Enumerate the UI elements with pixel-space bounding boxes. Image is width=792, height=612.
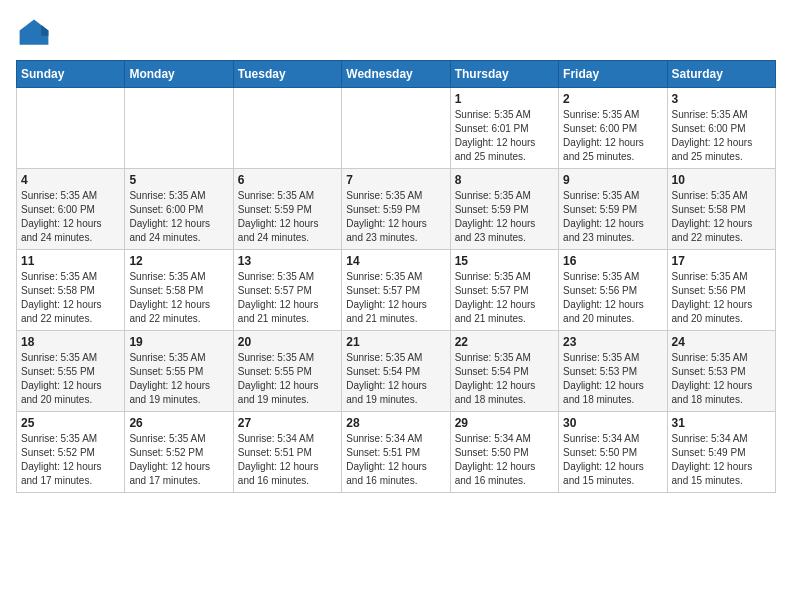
day-info: Sunrise: 5:35 AM Sunset: 5:57 PM Dayligh… [346, 270, 445, 326]
calendar-table: SundayMondayTuesdayWednesdayThursdayFrid… [16, 60, 776, 493]
logo-icon [16, 16, 52, 52]
calendar-week-row: 18Sunrise: 5:35 AM Sunset: 5:55 PM Dayli… [17, 331, 776, 412]
day-number: 2 [563, 92, 662, 106]
calendar-cell [233, 88, 341, 169]
day-info: Sunrise: 5:35 AM Sunset: 5:55 PM Dayligh… [238, 351, 337, 407]
calendar-cell: 5Sunrise: 5:35 AM Sunset: 6:00 PM Daylig… [125, 169, 233, 250]
calendar-cell: 11Sunrise: 5:35 AM Sunset: 5:58 PM Dayli… [17, 250, 125, 331]
day-info: Sunrise: 5:35 AM Sunset: 6:00 PM Dayligh… [563, 108, 662, 164]
page-header [16, 16, 776, 52]
day-number: 11 [21, 254, 120, 268]
day-number: 16 [563, 254, 662, 268]
day-info: Sunrise: 5:35 AM Sunset: 6:00 PM Dayligh… [21, 189, 120, 245]
day-info: Sunrise: 5:35 AM Sunset: 5:53 PM Dayligh… [563, 351, 662, 407]
day-number: 3 [672, 92, 771, 106]
weekday-header-friday: Friday [559, 61, 667, 88]
day-info: Sunrise: 5:35 AM Sunset: 5:58 PM Dayligh… [672, 189, 771, 245]
calendar-week-row: 11Sunrise: 5:35 AM Sunset: 5:58 PM Dayli… [17, 250, 776, 331]
day-number: 8 [455, 173, 554, 187]
day-info: Sunrise: 5:35 AM Sunset: 5:59 PM Dayligh… [346, 189, 445, 245]
day-info: Sunrise: 5:35 AM Sunset: 5:59 PM Dayligh… [455, 189, 554, 245]
calendar-cell: 4Sunrise: 5:35 AM Sunset: 6:00 PM Daylig… [17, 169, 125, 250]
day-info: Sunrise: 5:35 AM Sunset: 5:54 PM Dayligh… [346, 351, 445, 407]
day-number: 10 [672, 173, 771, 187]
day-info: Sunrise: 5:35 AM Sunset: 5:58 PM Dayligh… [21, 270, 120, 326]
calendar-cell [342, 88, 450, 169]
calendar-cell: 15Sunrise: 5:35 AM Sunset: 5:57 PM Dayli… [450, 250, 558, 331]
weekday-header-sunday: Sunday [17, 61, 125, 88]
day-info: Sunrise: 5:34 AM Sunset: 5:50 PM Dayligh… [455, 432, 554, 488]
calendar-cell: 28Sunrise: 5:34 AM Sunset: 5:51 PM Dayli… [342, 412, 450, 493]
calendar-cell: 7Sunrise: 5:35 AM Sunset: 5:59 PM Daylig… [342, 169, 450, 250]
day-number: 1 [455, 92, 554, 106]
day-info: Sunrise: 5:34 AM Sunset: 5:51 PM Dayligh… [346, 432, 445, 488]
day-info: Sunrise: 5:35 AM Sunset: 5:55 PM Dayligh… [21, 351, 120, 407]
calendar-week-row: 25Sunrise: 5:35 AM Sunset: 5:52 PM Dayli… [17, 412, 776, 493]
calendar-week-row: 1Sunrise: 5:35 AM Sunset: 6:01 PM Daylig… [17, 88, 776, 169]
day-info: Sunrise: 5:34 AM Sunset: 5:51 PM Dayligh… [238, 432, 337, 488]
calendar-cell: 30Sunrise: 5:34 AM Sunset: 5:50 PM Dayli… [559, 412, 667, 493]
day-info: Sunrise: 5:35 AM Sunset: 6:00 PM Dayligh… [672, 108, 771, 164]
day-number: 6 [238, 173, 337, 187]
svg-marker-1 [41, 25, 48, 36]
day-number: 23 [563, 335, 662, 349]
weekday-header-tuesday: Tuesday [233, 61, 341, 88]
day-info: Sunrise: 5:35 AM Sunset: 5:52 PM Dayligh… [129, 432, 228, 488]
day-number: 26 [129, 416, 228, 430]
logo [16, 16, 56, 52]
day-number: 27 [238, 416, 337, 430]
calendar-cell: 22Sunrise: 5:35 AM Sunset: 5:54 PM Dayli… [450, 331, 558, 412]
day-number: 14 [346, 254, 445, 268]
day-number: 12 [129, 254, 228, 268]
calendar-cell: 12Sunrise: 5:35 AM Sunset: 5:58 PM Dayli… [125, 250, 233, 331]
weekday-header-monday: Monday [125, 61, 233, 88]
day-info: Sunrise: 5:35 AM Sunset: 5:59 PM Dayligh… [563, 189, 662, 245]
calendar-cell [17, 88, 125, 169]
day-info: Sunrise: 5:34 AM Sunset: 5:50 PM Dayligh… [563, 432, 662, 488]
calendar-cell: 18Sunrise: 5:35 AM Sunset: 5:55 PM Dayli… [17, 331, 125, 412]
day-number: 28 [346, 416, 445, 430]
day-info: Sunrise: 5:35 AM Sunset: 6:00 PM Dayligh… [129, 189, 228, 245]
day-number: 13 [238, 254, 337, 268]
calendar-cell: 23Sunrise: 5:35 AM Sunset: 5:53 PM Dayli… [559, 331, 667, 412]
day-info: Sunrise: 5:35 AM Sunset: 5:56 PM Dayligh… [672, 270, 771, 326]
weekday-header-row: SundayMondayTuesdayWednesdayThursdayFrid… [17, 61, 776, 88]
calendar-week-row: 4Sunrise: 5:35 AM Sunset: 6:00 PM Daylig… [17, 169, 776, 250]
calendar-cell: 3Sunrise: 5:35 AM Sunset: 6:00 PM Daylig… [667, 88, 775, 169]
calendar-cell: 21Sunrise: 5:35 AM Sunset: 5:54 PM Dayli… [342, 331, 450, 412]
day-number: 4 [21, 173, 120, 187]
calendar-cell: 16Sunrise: 5:35 AM Sunset: 5:56 PM Dayli… [559, 250, 667, 331]
day-info: Sunrise: 5:34 AM Sunset: 5:49 PM Dayligh… [672, 432, 771, 488]
day-info: Sunrise: 5:35 AM Sunset: 5:57 PM Dayligh… [455, 270, 554, 326]
calendar-cell: 26Sunrise: 5:35 AM Sunset: 5:52 PM Dayli… [125, 412, 233, 493]
calendar-cell: 2Sunrise: 5:35 AM Sunset: 6:00 PM Daylig… [559, 88, 667, 169]
calendar-cell: 9Sunrise: 5:35 AM Sunset: 5:59 PM Daylig… [559, 169, 667, 250]
day-number: 21 [346, 335, 445, 349]
calendar-cell: 31Sunrise: 5:34 AM Sunset: 5:49 PM Dayli… [667, 412, 775, 493]
calendar-cell: 10Sunrise: 5:35 AM Sunset: 5:58 PM Dayli… [667, 169, 775, 250]
day-number: 5 [129, 173, 228, 187]
day-number: 31 [672, 416, 771, 430]
calendar-cell: 13Sunrise: 5:35 AM Sunset: 5:57 PM Dayli… [233, 250, 341, 331]
day-number: 7 [346, 173, 445, 187]
day-number: 18 [21, 335, 120, 349]
calendar-cell: 20Sunrise: 5:35 AM Sunset: 5:55 PM Dayli… [233, 331, 341, 412]
calendar-cell: 14Sunrise: 5:35 AM Sunset: 5:57 PM Dayli… [342, 250, 450, 331]
weekday-header-thursday: Thursday [450, 61, 558, 88]
weekday-header-wednesday: Wednesday [342, 61, 450, 88]
day-number: 25 [21, 416, 120, 430]
day-number: 17 [672, 254, 771, 268]
calendar-cell: 1Sunrise: 5:35 AM Sunset: 6:01 PM Daylig… [450, 88, 558, 169]
day-info: Sunrise: 5:35 AM Sunset: 5:56 PM Dayligh… [563, 270, 662, 326]
day-number: 30 [563, 416, 662, 430]
day-info: Sunrise: 5:35 AM Sunset: 5:54 PM Dayligh… [455, 351, 554, 407]
day-info: Sunrise: 5:35 AM Sunset: 5:58 PM Dayligh… [129, 270, 228, 326]
day-info: Sunrise: 5:35 AM Sunset: 6:01 PM Dayligh… [455, 108, 554, 164]
day-number: 29 [455, 416, 554, 430]
day-info: Sunrise: 5:35 AM Sunset: 5:52 PM Dayligh… [21, 432, 120, 488]
day-info: Sunrise: 5:35 AM Sunset: 5:57 PM Dayligh… [238, 270, 337, 326]
calendar-cell: 6Sunrise: 5:35 AM Sunset: 5:59 PM Daylig… [233, 169, 341, 250]
calendar-cell [125, 88, 233, 169]
calendar-cell: 8Sunrise: 5:35 AM Sunset: 5:59 PM Daylig… [450, 169, 558, 250]
day-number: 24 [672, 335, 771, 349]
